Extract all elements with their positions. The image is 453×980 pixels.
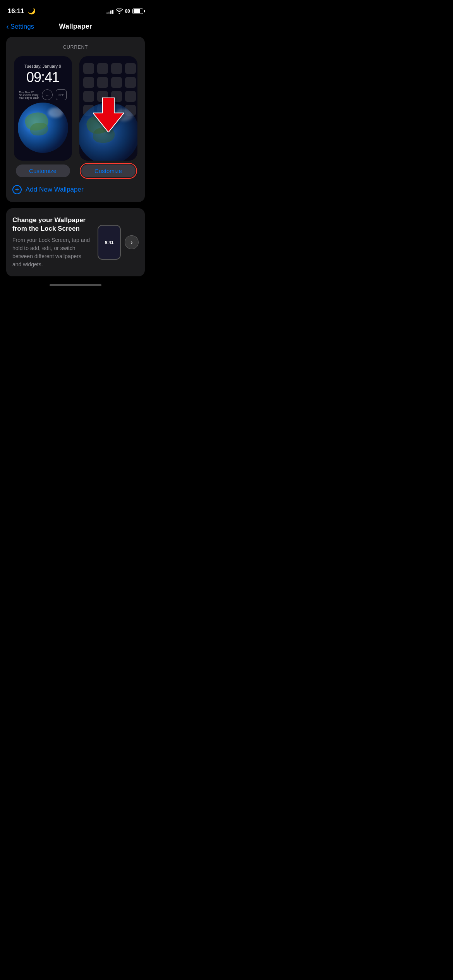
current-label: CURRENT bbox=[12, 45, 139, 50]
battery-icon bbox=[132, 9, 143, 14]
lock-widget-text1: Thu, Nov 17 bbox=[19, 91, 39, 94]
main-content: CURRENT Tuesday, January 9 09:41 Thu, No… bbox=[0, 37, 151, 276]
app-icon-11 bbox=[111, 91, 122, 102]
mini-phone: 9:41 bbox=[98, 225, 121, 260]
add-wallpaper-icon: + bbox=[12, 185, 22, 194]
status-right: 80 bbox=[106, 9, 143, 14]
signal-bar-1 bbox=[106, 12, 108, 14]
status-bar: 16:11 🌙 80 bbox=[0, 0, 151, 19]
home-screen-customize-button[interactable]: Customize bbox=[81, 164, 136, 177]
signal-icon bbox=[106, 9, 113, 14]
signal-bar-4 bbox=[112, 10, 113, 14]
lock-widget-square: OFF bbox=[56, 89, 67, 100]
page-title: Wallpaper bbox=[59, 22, 92, 31]
info-card-title: Change your Wallpaper from the Lock Scre… bbox=[12, 216, 91, 233]
app-icon-3 bbox=[111, 63, 122, 74]
app-icon-6 bbox=[97, 77, 108, 88]
lock-date: Tuesday, January 9 bbox=[24, 64, 61, 69]
info-card-visual: 9:41 › bbox=[98, 225, 139, 260]
info-card-description: From your Lock Screen, tap and hold to a… bbox=[12, 236, 91, 269]
back-chevron-icon: ‹ bbox=[6, 22, 9, 30]
app-icon-9 bbox=[83, 91, 94, 102]
lock-widget-text3: Your day is clear bbox=[19, 96, 39, 99]
app-icon-1 bbox=[83, 63, 94, 74]
wifi-icon bbox=[116, 9, 123, 14]
add-wallpaper-row[interactable]: + Add New Wallpaper bbox=[12, 183, 139, 194]
lock-screen-content: Tuesday, January 9 09:41 Thu, Nov 17 No … bbox=[14, 56, 72, 161]
app-icon-4 bbox=[125, 63, 136, 74]
earth-cloud bbox=[48, 108, 63, 118]
app-icon-5 bbox=[83, 77, 94, 88]
lock-screen-phone: Tuesday, January 9 09:41 Thu, Nov 17 No … bbox=[14, 56, 72, 161]
home-screen-preview: Customize bbox=[78, 56, 139, 177]
moon-icon: 🌙 bbox=[28, 8, 36, 14]
status-time: 16:11 bbox=[8, 7, 24, 15]
lock-widgets: Thu, Nov 17 No events today Your day is … bbox=[15, 89, 71, 100]
home-earth-cloud bbox=[115, 109, 133, 121]
lock-screen-preview: Tuesday, January 9 09:41 Thu, Nov 17 No … bbox=[12, 56, 73, 177]
home-earth-land2 bbox=[93, 127, 115, 143]
mini-phone-time: 9:41 bbox=[105, 240, 113, 245]
lock-screen-customize-button[interactable]: Customize bbox=[16, 164, 70, 177]
lock-earth-image bbox=[18, 103, 68, 153]
app-icon-8 bbox=[125, 77, 136, 88]
home-screen-content bbox=[79, 56, 137, 161]
earth-land-2 bbox=[30, 123, 48, 135]
back-button[interactable]: ‹ Settings bbox=[6, 23, 34, 31]
signal-bar-2 bbox=[108, 12, 110, 14]
forward-arrow-button[interactable]: › bbox=[125, 235, 139, 249]
battery-percent: 80 bbox=[125, 9, 130, 14]
home-earth-image bbox=[79, 103, 137, 161]
back-label: Settings bbox=[10, 23, 34, 31]
home-screen-phone bbox=[79, 56, 137, 161]
lock-widget-text2: No events today bbox=[19, 94, 39, 96]
app-icon-10 bbox=[97, 91, 108, 102]
lock-time: 09:41 bbox=[26, 69, 59, 86]
app-icon-12 bbox=[125, 91, 136, 102]
home-indicator bbox=[50, 284, 101, 286]
app-icon-2 bbox=[97, 63, 108, 74]
info-card-text: Change your Wallpaper from the Lock Scre… bbox=[12, 216, 91, 269]
mini-phone-screen: 9:41 bbox=[98, 226, 120, 259]
app-icon-7 bbox=[111, 77, 122, 88]
info-card: Change your Wallpaper from the Lock Scre… bbox=[6, 208, 145, 276]
wallpaper-card: CURRENT Tuesday, January 9 09:41 Thu, No… bbox=[6, 37, 145, 202]
wallpaper-previews: Tuesday, January 9 09:41 Thu, Nov 17 No … bbox=[12, 56, 139, 177]
add-wallpaper-label: Add New Wallpaper bbox=[26, 186, 84, 194]
lock-widget-circle: -- bbox=[42, 89, 53, 100]
nav-bar: ‹ Settings Wallpaper bbox=[0, 19, 151, 37]
battery-fill bbox=[134, 9, 140, 13]
signal-bar-3 bbox=[110, 10, 112, 14]
status-time-area: 16:11 🌙 bbox=[8, 7, 36, 15]
